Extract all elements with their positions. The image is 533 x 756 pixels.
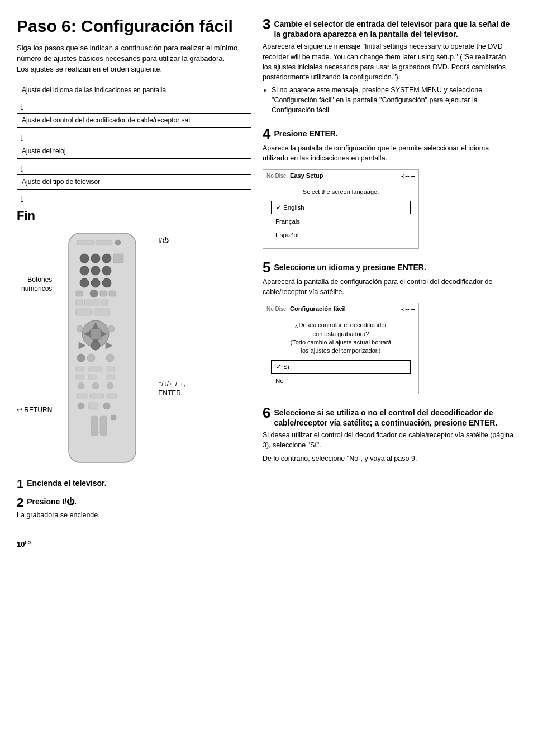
screen-5-header: No Disc Configuración fácil -:-- -- (263, 303, 418, 315)
svg-point-31 (108, 325, 115, 332)
svg-rect-42 (88, 375, 96, 379)
svg-point-9 (91, 266, 100, 275)
step-3-bullet: Si no aparece este mensaje, presione SYS… (272, 85, 516, 115)
step-6: 6 Seleccione si se utiliza o no el contr… (263, 405, 516, 464)
svg-point-13 (102, 278, 111, 287)
svg-rect-18 (76, 300, 83, 305)
right-column: 3 Cambie el selector de entrada del tele… (263, 17, 516, 528)
page-title: Paso 6: Configuración fácil (17, 17, 251, 35)
checkmark-icon-2: ✓ (276, 363, 282, 370)
svg-rect-49 (107, 394, 117, 398)
svg-rect-20 (93, 300, 99, 305)
svg-rect-2 (96, 240, 112, 245)
svg-point-11 (80, 278, 89, 287)
screen-4-time: -:-- -- (401, 172, 415, 180)
step-5-number: 5 (263, 260, 270, 275)
step-3-para1: Aparecerá el siguiente mensaje "Initial … (263, 41, 516, 82)
checkmark-icon: ✓ (276, 204, 282, 211)
svg-rect-43 (107, 375, 115, 379)
svg-point-12 (91, 278, 100, 287)
screen-4-body: Select the screen language. ✓English Fra… (263, 182, 418, 248)
flow-diagram: Ajuste del idioma de las indicaciones en… (17, 83, 251, 204)
svg-rect-48 (90, 394, 104, 398)
svg-rect-16 (100, 291, 107, 296)
step-4: 4 Presione ENTER. Aparece la pantalla de… (263, 126, 516, 248)
screen-5-title: Configuración fácil (290, 305, 346, 312)
svg-point-30 (77, 325, 83, 332)
svg-point-52 (103, 403, 110, 409)
screen-4-nodisc: No Disc (266, 173, 286, 179)
screen-5-header-left: No Disc Configuración fácil (266, 305, 346, 313)
svg-point-10 (102, 266, 111, 275)
svg-point-5 (91, 254, 100, 263)
svg-rect-47 (77, 394, 87, 398)
remote-area: Botonesnuméricos ↩ RETURN (17, 230, 251, 468)
svg-rect-54 (100, 416, 107, 436)
svg-rect-51 (88, 403, 98, 409)
svg-point-35 (77, 354, 85, 362)
step-6-body: Si desea utilizar el control del decodif… (263, 430, 516, 463)
step-1-number: 1 (17, 478, 23, 490)
fin-label: Fin (17, 207, 251, 225)
power-label: I/⏻ (158, 236, 185, 245)
svg-rect-23 (94, 309, 110, 315)
screen-4-option-2[interactable]: Español (271, 229, 411, 241)
screen-4-option-1[interactable]: Français (271, 215, 411, 228)
svg-rect-41 (76, 375, 84, 379)
svg-rect-19 (84, 300, 91, 305)
step-5-screen: No Disc Configuración fácil -:-- -- ¿Des… (263, 303, 419, 394)
remote-labels-right: I/⏻ ↑/↓/←/→,ENTER (158, 230, 185, 398)
step-5-title: Seleccione un idioma y presione ENTER. (274, 260, 426, 272)
svg-point-50 (78, 403, 84, 409)
page-number: 10ES (17, 540, 31, 549)
step-3-body: Aparecerá el siguiente mensaje "Initial … (263, 41, 516, 115)
step-6-title: Seleccione si se utiliza o no el control… (274, 405, 516, 428)
svg-point-37 (106, 354, 114, 362)
flow-step-1: Ajuste del idioma de las indicaciones en… (17, 83, 251, 98)
flow-step-2: Ajuste del control del decodificador de … (17, 113, 251, 128)
screen-4-subtitle: Select the screen language. (271, 188, 411, 196)
step-2-body: La grabadora se enciende. (17, 510, 251, 520)
step-3: 3 Cambie el selector de entrada del tele… (263, 17, 516, 115)
step-1: 1 Encienda el televisor. (17, 478, 251, 489)
return-label: ↩ RETURN (17, 405, 52, 415)
step-3-header: 3 Cambie el selector de entrada del tele… (263, 17, 516, 39)
screen-4-option-0[interactable]: ✓English (271, 201, 411, 214)
svg-point-33 (91, 341, 100, 350)
step-3-number: 3 (263, 17, 270, 31)
left-column: Paso 6: Configuración fácil Siga los pas… (17, 17, 251, 528)
svg-rect-22 (76, 309, 92, 315)
page-footer: 10ES (0, 539, 533, 556)
screen-5-option-1[interactable]: No (271, 375, 411, 387)
step-1-title: Encienda el televisor. (27, 478, 251, 489)
step-2-number: 2 (17, 497, 23, 509)
screen-4-header: No Disc Easy Setup -:-- -- (263, 170, 418, 182)
screen-5-time: -:-- -- (401, 305, 415, 313)
screen-5-body: ¿Desea controlar el decodificadorcon est… (263, 315, 418, 394)
svg-rect-14 (76, 291, 83, 296)
step-5: 5 Seleccione un idioma y presione ENTER.… (263, 260, 516, 394)
step-2-title: Presione I/⏻. (27, 497, 251, 508)
arrow-2: ↓ (19, 131, 251, 143)
botones-numericos-label: Botonesnuméricos (17, 275, 52, 294)
svg-point-8 (80, 266, 89, 275)
svg-point-3 (115, 240, 121, 245)
screen-5-text: ¿Desea controlar el decodificadorcon est… (271, 321, 411, 356)
arrow-1: ↓ (19, 101, 251, 112)
flow-step-4: Ajuste del tipo de televisor (17, 174, 251, 190)
screen-5-option-0[interactable]: ✓Sí (271, 360, 411, 374)
svg-rect-39 (88, 367, 102, 371)
step-5-para: Aparecerá la pantalla de configuración p… (263, 277, 516, 297)
svg-rect-1 (77, 240, 94, 245)
svg-rect-40 (107, 367, 115, 371)
intro-text: Siga los pasos que se indican a continua… (17, 43, 251, 75)
svg-rect-17 (109, 291, 116, 296)
svg-point-45 (92, 382, 99, 389)
step-6-para2: De lo contrario, seleccione "No", y vaya… (263, 453, 516, 464)
step-4-body: Aparece la pantalla de configuración que… (263, 143, 516, 163)
screen-4-title: Easy Setup (290, 172, 323, 179)
step-6-para1: Si desea utilizar el control del decodif… (263, 430, 516, 450)
flow-step-3: Ajuste del reloj (17, 144, 251, 159)
step-6-header: 6 Seleccione si se utiliza o no el contr… (263, 405, 516, 428)
step-2: 2 Presione I/⏻. La grabadora se enciende… (17, 497, 251, 520)
